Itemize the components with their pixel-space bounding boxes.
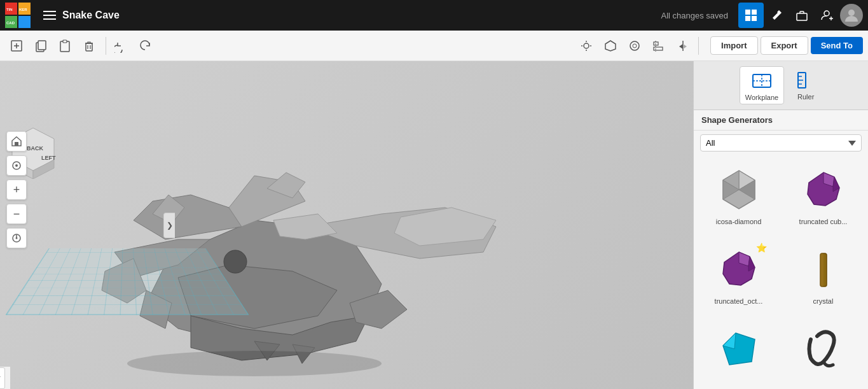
copy-btn[interactable] (29, 34, 52, 57)
navbar: TIN KER CAD Snake Cave All changes saved (0, 0, 868, 31)
bottom-bar: Edit Grid Snap Grid 1/8 in (0, 366, 10, 389)
svg-rect-14 (797, 13, 807, 20)
zoom-in-btn[interactable]: + (6, 180, 27, 200)
undo-btn[interactable] (110, 34, 133, 57)
svg-marker-94 (723, 333, 736, 349)
right-panel: Workplane Ruler Shape Generators All (693, 61, 868, 389)
svg-marker-34 (605, 41, 616, 51)
svg-text:BACK: BACK (27, 145, 43, 152)
arrow-icon: ❯ (167, 221, 173, 230)
redo-btn[interactable] (134, 34, 157, 57)
dark-scroll-thumb (798, 323, 849, 374)
grid-view-btn[interactable] (738, 3, 764, 28)
reset-view-btn[interactable] (6, 228, 27, 248)
menu-icon[interactable] (37, 3, 62, 28)
svg-rect-11 (752, 10, 757, 15)
paste-btn[interactable] (53, 34, 76, 57)
cyan-shape-thumb (713, 323, 764, 374)
tinkercad-logo[interactable]: TIN KER CAD (5, 3, 31, 28)
import-btn[interactable]: Import (710, 36, 757, 55)
icosa-diamond-thumb (713, 164, 764, 215)
shape-item-dark-scroll[interactable] (781, 317, 865, 386)
shape-btn[interactable] (599, 34, 622, 57)
icosa-diamond-label: icosa-diamond (716, 218, 762, 225)
svg-point-62 (224, 250, 247, 273)
workplane-tab[interactable]: Workplane (740, 66, 784, 104)
svg-text:KER: KER (19, 8, 27, 11)
mirror-btn[interactable] (672, 34, 694, 57)
shape-item-crystal[interactable]: crystal (781, 237, 865, 317)
shapes-grid: icosa-diamond truncated cub... (694, 155, 868, 389)
avatar[interactable] (840, 4, 863, 27)
light-btn[interactable] (575, 34, 598, 57)
shape-item-truncated-oct[interactable]: ⭐ truncated_oct... (696, 237, 781, 317)
grid-floor (6, 248, 249, 315)
separator-2 (698, 37, 699, 55)
svg-rect-10 (745, 10, 750, 15)
shape-generators-dropdown[interactable]: All (700, 134, 862, 152)
shape-generators-header: Shape Generators (694, 110, 868, 131)
svg-point-29 (584, 43, 589, 48)
workplane-icon (750, 69, 773, 92)
shape-item-icosa-diamond[interactable]: icosa-diamond (696, 158, 781, 237)
svg-rect-3 (18, 16, 31, 28)
svg-rect-8 (43, 15, 56, 16)
delete-btn[interactable] (78, 34, 100, 57)
align-btn[interactable] (647, 34, 670, 57)
svg-marker-42 (683, 44, 687, 49)
action-buttons: Import Export Send To (708, 36, 863, 55)
svg-point-35 (630, 41, 639, 50)
workplane-label: Workplane (745, 94, 778, 101)
svg-text:TIN: TIN (6, 8, 13, 11)
shape-item-truncated-cube[interactable]: truncated cub... (781, 158, 865, 237)
main-area: BACK LEFT + − (0, 61, 868, 389)
fit-view-btn[interactable] (6, 155, 27, 176)
project-title: Snake Cave (62, 10, 362, 21)
svg-point-51 (15, 164, 18, 167)
briefcase-btn[interactable] (789, 3, 815, 28)
toolbar: Import Export Send To (0, 31, 868, 61)
ruler-label: Ruler (797, 93, 814, 101)
svg-rect-9 (43, 18, 56, 20)
add-user-btn[interactable] (815, 3, 840, 28)
export-btn[interactable]: Export (761, 36, 808, 55)
ruler-icon (794, 69, 817, 92)
hammer-btn[interactable] (764, 3, 789, 28)
zoom-out-btn[interactable]: − (6, 204, 27, 224)
svg-marker-93 (723, 333, 755, 365)
collapse-panel-arrow[interactable]: ❯ (163, 213, 175, 238)
right-panel-tabs: Workplane Ruler (694, 61, 868, 110)
svg-rect-92 (820, 253, 823, 286)
truncated-cube-thumb (798, 164, 849, 215)
svg-text:LEFT: LEFT (41, 155, 56, 161)
home-view-btn[interactable] (6, 131, 27, 152)
ruler-tab[interactable]: Ruler (789, 66, 822, 104)
viewport[interactable]: BACK LEFT + − (0, 61, 693, 389)
snap-dropdown[interactable]: 1/8 in (0, 367, 5, 389)
svg-rect-23 (38, 41, 46, 50)
send-to-btn[interactable]: Send To (811, 37, 863, 54)
svg-point-36 (633, 44, 637, 48)
svg-rect-12 (745, 16, 750, 21)
svg-marker-41 (679, 44, 683, 49)
truncated-cube-label: truncated cub... (799, 218, 848, 225)
save-status: All changes saved (661, 11, 729, 20)
truncated-oct-star: ⭐ (756, 243, 767, 253)
truncated-oct-label: truncated_oct... (715, 297, 763, 305)
svg-rect-7 (43, 11, 56, 12)
crystal-label: crystal (813, 297, 834, 305)
svg-point-72 (127, 351, 382, 376)
svg-point-54 (16, 237, 18, 239)
separator-1 (106, 37, 106, 55)
svg-point-18 (848, 10, 855, 16)
svg-rect-25 (63, 40, 67, 43)
circle-btn[interactable] (623, 34, 646, 57)
svg-rect-38 (654, 47, 663, 50)
shape-item-cyan[interactable] (696, 317, 781, 386)
svg-rect-26 (86, 43, 92, 51)
crystal-thumb (798, 244, 849, 295)
viewport-controls: + − (6, 131, 27, 248)
svg-rect-13 (752, 16, 757, 21)
new-btn[interactable] (5, 34, 28, 57)
svg-point-15 (824, 11, 829, 16)
